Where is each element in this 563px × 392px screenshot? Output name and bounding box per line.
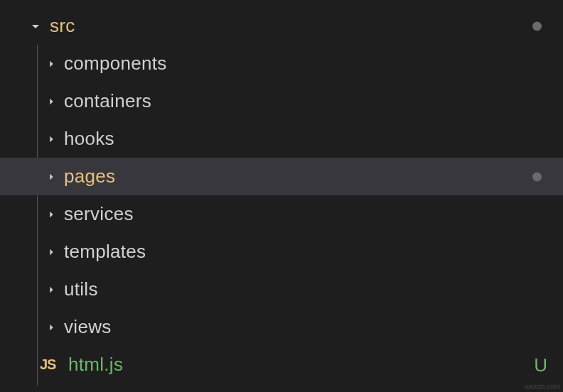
chevron-right-icon[interactable] bbox=[44, 320, 58, 334]
folder-views[interactable]: views bbox=[0, 308, 563, 346]
folder-services[interactable]: services bbox=[0, 195, 563, 233]
folder-label: utils bbox=[64, 278, 98, 300]
chevron-right-icon[interactable] bbox=[44, 94, 58, 109]
folder-label: components bbox=[64, 53, 167, 75]
file-label: html.js bbox=[68, 354, 123, 376]
folder-label: src bbox=[50, 15, 75, 37]
folder-label: pages bbox=[64, 165, 115, 187]
folder-src[interactable]: src bbox=[0, 7, 563, 45]
js-file-icon: JS bbox=[40, 356, 60, 373]
modified-indicator bbox=[532, 21, 542, 31]
chevron-down-icon[interactable] bbox=[30, 19, 44, 33]
folder-label: hooks bbox=[64, 128, 114, 150]
folder-label: views bbox=[64, 316, 112, 338]
folder-containers[interactable]: containers bbox=[0, 82, 563, 120]
chevron-right-icon[interactable] bbox=[44, 245, 58, 259]
chevron-right-icon[interactable] bbox=[44, 170, 58, 184]
folder-label: templates bbox=[64, 241, 146, 263]
chevron-right-icon[interactable] bbox=[44, 207, 58, 222]
folder-hooks[interactable]: hooks bbox=[0, 120, 563, 158]
modified-indicator bbox=[532, 172, 542, 181]
chevron-right-icon[interactable] bbox=[44, 132, 58, 146]
chevron-right-icon[interactable] bbox=[44, 283, 58, 297]
folder-templates[interactable]: templates bbox=[0, 233, 563, 271]
chevron-right-icon[interactable] bbox=[44, 57, 58, 71]
file-explorer-tree: src componentscontainershookspagesservic… bbox=[0, 0, 563, 383]
file-html-js[interactable]: JS html.js U bbox=[0, 346, 563, 383]
watermark: wsxdn.com bbox=[525, 383, 560, 391]
folder-label: services bbox=[64, 203, 134, 225]
folder-components[interactable]: components bbox=[0, 45, 563, 82]
folder-label: containers bbox=[64, 90, 151, 112]
folder-utils[interactable]: utils bbox=[0, 271, 563, 308]
folder-pages[interactable]: pages bbox=[0, 158, 563, 195]
git-status-badge: U bbox=[534, 354, 547, 376]
